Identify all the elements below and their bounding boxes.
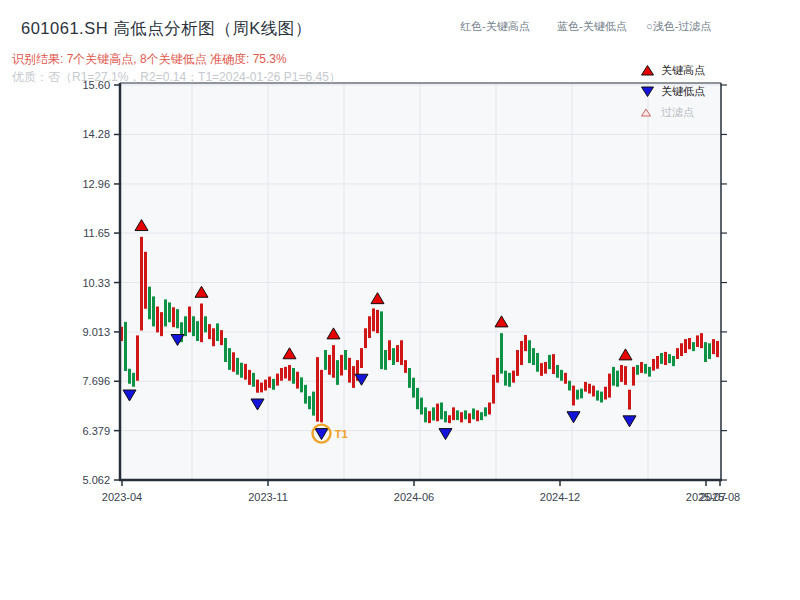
candle: [476, 410, 479, 421]
candle: [268, 377, 271, 388]
candle: [608, 374, 611, 398]
candle: [704, 342, 707, 362]
candle: [560, 370, 563, 381]
candle: [172, 307, 175, 327]
candle: [684, 339, 687, 353]
candle: [672, 356, 675, 366]
candle: [360, 348, 363, 368]
y-tick-label: 5.062: [82, 474, 110, 486]
color-legend-filtered: ○浅色-过滤点: [646, 19, 711, 34]
candle: [148, 287, 151, 320]
candle: [388, 340, 391, 360]
candle: [452, 407, 455, 420]
y-tick-label: 10.33: [82, 277, 110, 289]
candle: [232, 352, 235, 371]
candle: [248, 370, 251, 385]
legend-label-key-low: 关键低点: [661, 84, 705, 99]
candle: [340, 355, 343, 376]
candle: [252, 373, 255, 387]
candle: [308, 396, 311, 409]
candle: [228, 348, 231, 370]
candle: [524, 335, 527, 351]
y-tick-label: 7.696: [82, 375, 110, 387]
candle: [404, 360, 407, 373]
x-tick-label: 2023-11: [248, 491, 288, 503]
candle: [440, 402, 443, 419]
candle: [312, 392, 315, 416]
candle: [712, 339, 715, 354]
candle: [588, 384, 591, 394]
candle: [176, 309, 179, 328]
candle: [564, 373, 567, 384]
light-triangle-icon: [641, 108, 654, 117]
candle: [296, 372, 299, 389]
candle: [416, 388, 419, 409]
candle: [604, 387, 607, 400]
candle: [400, 340, 403, 365]
candle: [516, 350, 519, 376]
candle: [468, 413, 471, 423]
legend-item-filtered: 过滤点: [641, 105, 705, 119]
candle: [124, 322, 127, 371]
candle: [504, 371, 507, 386]
candle: [316, 357, 319, 421]
candle: [428, 411, 431, 423]
quality-line: 优质：否（R1=27.1%，R2=0.14；T1=2024-01-26 P1=6…: [12, 69, 341, 86]
candle: [364, 328, 367, 348]
candle: [668, 354, 671, 363]
candle: [708, 343, 711, 359]
x-tick-label: 2023-04: [102, 491, 142, 503]
candle: [276, 374, 279, 386]
candle: [652, 359, 655, 371]
candle: [336, 360, 339, 385]
candle: [620, 365, 623, 382]
candle: [460, 412, 463, 422]
candle: [700, 333, 703, 348]
candle: [592, 386, 595, 397]
candle: [464, 410, 467, 419]
y-tick-label: 11.65: [83, 227, 110, 239]
candle: [444, 411, 447, 422]
candle: [616, 371, 619, 387]
candle: [156, 307, 159, 333]
candle: [284, 367, 287, 379]
candle: [456, 410, 459, 420]
candle: [236, 358, 239, 375]
candle: [392, 348, 395, 365]
candle: [424, 407, 427, 422]
candle: [168, 302, 171, 322]
candle: [220, 330, 223, 345]
candle: [496, 358, 499, 383]
candle: [352, 366, 355, 388]
candle: [544, 362, 547, 374]
candle: [448, 415, 451, 423]
candle: [580, 389, 583, 399]
candle: [648, 367, 651, 377]
candle: [344, 350, 347, 370]
candle: [528, 340, 531, 363]
candle: [556, 365, 559, 378]
candle: [332, 345, 335, 378]
candle: [696, 335, 699, 347]
candle: [348, 358, 351, 383]
candle: [300, 377, 303, 392]
candle: [500, 333, 503, 373]
candle: [540, 363, 543, 376]
candle: [272, 379, 275, 390]
candle: [484, 407, 487, 416]
candle: [432, 407, 435, 420]
candle: [132, 373, 135, 387]
candle: [288, 365, 291, 381]
candle: [600, 392, 603, 403]
page-title: 601061.SH 高低点分析图（周K线图）: [21, 18, 312, 40]
y-tick-label: 14.28: [82, 128, 110, 140]
candle: [260, 383, 263, 393]
candle: [324, 350, 327, 370]
candle: [200, 304, 203, 343]
candle: [140, 237, 143, 331]
candle: [184, 316, 187, 336]
candle: [264, 380, 267, 391]
y-tick-label: 6.379: [82, 425, 110, 437]
candle: [660, 353, 663, 364]
x-tick-label: 2024-06: [394, 491, 434, 503]
